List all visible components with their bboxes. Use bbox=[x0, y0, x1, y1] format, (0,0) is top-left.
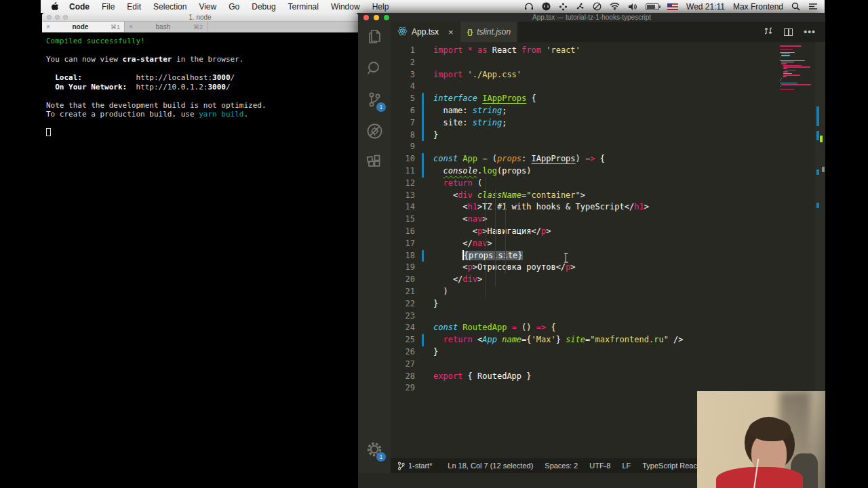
vscode-window-controls[interactable] bbox=[363, 15, 389, 20]
line-number: 3 bbox=[391, 69, 415, 81]
code-line-5[interactable]: 5interface IAppProps { bbox=[391, 93, 825, 105]
code-line-17[interactable]: 17 </nav> bbox=[391, 238, 825, 250]
debug-icon[interactable] bbox=[358, 115, 391, 146]
terminal-tab-node[interactable]: ×node⌘1 bbox=[42, 22, 125, 32]
code-line-7[interactable]: 7 site: string; bbox=[391, 117, 825, 129]
cursor-position[interactable]: Ln 18, Col 7 (12 selected) bbox=[448, 462, 533, 470]
code-line-20[interactable]: 20 </div> bbox=[391, 274, 825, 286]
headphones-icon[interactable] bbox=[524, 3, 534, 11]
battery-icon[interactable] bbox=[646, 3, 659, 10]
minimize-button[interactable] bbox=[55, 15, 60, 20]
git-gutter bbox=[415, 81, 433, 93]
code-line-11[interactable]: 11 console.log(props) bbox=[391, 165, 825, 178]
code-line-1[interactable]: 1import * as React from 'react' bbox=[391, 45, 825, 57]
git-modified-marker bbox=[415, 153, 433, 165]
extensions-icon[interactable] bbox=[358, 146, 391, 178]
menu-debug[interactable]: Debug bbox=[245, 2, 281, 12]
shazam-icon[interactable] bbox=[542, 2, 551, 11]
menu-file[interactable]: File bbox=[96, 2, 121, 12]
tab-app-tsx[interactable]: App.tsx × bbox=[391, 22, 460, 42]
menu-view[interactable]: View bbox=[193, 2, 222, 12]
menu-window[interactable]: Window bbox=[325, 2, 366, 12]
menu-go[interactable]: Go bbox=[222, 2, 245, 12]
terminal-titlebar[interactable]: 1. node bbox=[42, 13, 358, 22]
search-icon[interactable] bbox=[358, 53, 391, 84]
code-line-18[interactable]: 18 {props.site} bbox=[391, 250, 825, 262]
terminal-tab-bash[interactable]: ×bash⌘2 bbox=[125, 22, 208, 32]
fan-icon[interactable] bbox=[576, 2, 585, 11]
git-gutter bbox=[415, 226, 433, 238]
spotlight-search-icon[interactable] bbox=[791, 2, 800, 11]
code-line-28[interactable]: 28export { RoutedApp } bbox=[391, 371, 825, 383]
code-line-9[interactable]: 9 bbox=[391, 141, 825, 153]
code-line-16[interactable]: 16 <p>Навигация</p> bbox=[391, 226, 825, 238]
open-changes-icon[interactable] bbox=[764, 26, 773, 39]
terminal-window-controls[interactable] bbox=[47, 15, 68, 20]
code-line-3[interactable]: 3import './App.css' bbox=[391, 69, 825, 81]
tab-tslint-json[interactable]: {} tslint.json bbox=[460, 22, 518, 42]
split-editor-icon[interactable] bbox=[784, 28, 793, 36]
code-line-21[interactable]: 21 ) bbox=[391, 286, 825, 298]
line-number: 2 bbox=[391, 57, 415, 69]
minimize-button[interactable] bbox=[374, 15, 379, 20]
terminal-output[interactable]: Compiled successfully! You can now view … bbox=[42, 33, 358, 487]
wifi-icon[interactable] bbox=[610, 3, 620, 10]
close-button[interactable] bbox=[47, 15, 52, 20]
code-line-8[interactable]: 8} bbox=[391, 129, 825, 142]
encoding[interactable]: UTF-8 bbox=[589, 462, 610, 470]
menu-clock[interactable]: Wed 21:11 bbox=[686, 2, 725, 12]
notification-center-icon[interactable] bbox=[808, 3, 818, 10]
line-number: 6 bbox=[391, 105, 415, 117]
apple-menu-icon[interactable] bbox=[50, 1, 59, 12]
git-gutter bbox=[415, 371, 433, 383]
zoom-button[interactable] bbox=[63, 15, 68, 20]
menu-code[interactable]: Code bbox=[63, 2, 96, 12]
eol[interactable]: LF bbox=[622, 462, 631, 470]
volume-icon[interactable] bbox=[628, 3, 637, 11]
menu-user[interactable]: Max Frontend bbox=[733, 2, 783, 12]
code-line-26[interactable]: 26} bbox=[391, 346, 825, 359]
code-line-12[interactable]: 12 return ( bbox=[391, 178, 825, 190]
tab-label: bash bbox=[133, 23, 193, 30]
code-line-25[interactable]: 25 return <App name={'Max'} site="maxfro… bbox=[391, 334, 825, 346]
terminal-line bbox=[46, 119, 354, 129]
menu-selection[interactable]: Selection bbox=[147, 2, 193, 12]
minimap[interactable] bbox=[780, 45, 814, 92]
source-control-icon[interactable]: 1 bbox=[358, 84, 391, 115]
menu-terminal[interactable]: Terminal bbox=[282, 2, 325, 12]
code-line-10[interactable]: 10const App = (props: IAppProps) => { bbox=[391, 153, 825, 165]
line-number: 1 bbox=[391, 45, 415, 57]
code-line-15[interactable]: 15 <nav> bbox=[391, 214, 825, 226]
input-flag-icon[interactable] bbox=[667, 3, 678, 10]
settings-gear-icon[interactable]: 1 bbox=[358, 434, 391, 465]
code-line-22[interactable]: 22} bbox=[391, 298, 825, 310]
vscode-titlebar[interactable]: App.tsx — tutorial-tz-1-hooks-typescript bbox=[358, 13, 825, 22]
more-actions-icon[interactable]: ••• bbox=[804, 26, 816, 37]
line-number: 9 bbox=[391, 141, 415, 153]
code-line-24[interactable]: 24const RoutedApp = () => { bbox=[391, 322, 825, 334]
code-line-27[interactable]: 27 bbox=[391, 359, 825, 371]
code-line-13[interactable]: 13 <div className="container"> bbox=[391, 190, 825, 202]
menu-edit[interactable]: Edit bbox=[121, 2, 147, 12]
close-tab-icon[interactable]: × bbox=[448, 27, 454, 37]
code-line-14[interactable]: 14 <h1>TZ #1 with hooks & TypeScript</h1… bbox=[391, 201, 825, 214]
code-line-4[interactable]: 4 bbox=[391, 81, 825, 93]
git-branch-item[interactable]: 1-start* bbox=[391, 462, 432, 470]
language-mode[interactable]: TypeScript React bbox=[642, 462, 699, 470]
line-number: 10 bbox=[391, 153, 415, 165]
scm-badge: 1 bbox=[376, 102, 386, 112]
explorer-icon[interactable] bbox=[358, 22, 391, 53]
close-button[interactable] bbox=[363, 15, 369, 20]
do-not-disturb-icon[interactable] bbox=[593, 2, 601, 11]
activity-bar: 1 1 bbox=[358, 22, 391, 473]
app-dots-icon[interactable] bbox=[559, 3, 568, 11]
code-line-2[interactable]: 2 bbox=[391, 57, 825, 69]
code-line-23[interactable]: 23 bbox=[391, 310, 825, 323]
indent-guide bbox=[505, 202, 506, 274]
code-line-19[interactable]: 19 <p>Отрисовка роутов</p> bbox=[391, 262, 825, 274]
indentation[interactable]: Spaces: 2 bbox=[545, 462, 578, 470]
zoom-button[interactable] bbox=[384, 15, 389, 20]
menu-help[interactable]: Help bbox=[366, 2, 395, 12]
git-gutter bbox=[415, 262, 433, 274]
code-line-6[interactable]: 6 name: string; bbox=[391, 105, 825, 117]
